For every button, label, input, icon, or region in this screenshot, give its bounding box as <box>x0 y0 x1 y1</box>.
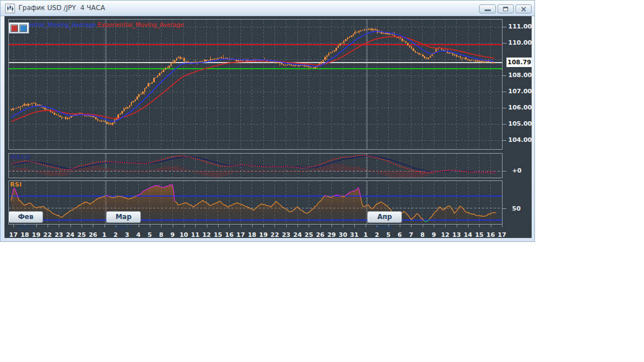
x-axis-tick <box>274 225 275 227</box>
x-axis-label: 12 <box>441 231 449 238</box>
price-axis-tick <box>503 108 506 108</box>
price-axis-tick <box>503 27 506 27</box>
x-axis-label: 5 <box>148 231 152 238</box>
price-chart-panel[interactable]: Exponential_Moving_Average.Exponential_M… <box>8 19 503 150</box>
x-axis-label: 15 <box>214 231 222 238</box>
price-axis-tick <box>503 92 506 92</box>
x-axis-label: 17 <box>236 231 245 238</box>
x-axis-label: 12 <box>202 231 211 238</box>
minimize-button[interactable] <box>479 4 496 13</box>
price-axis-label: 104.00 <box>508 136 532 144</box>
x-axis-label: 31 <box>350 231 358 238</box>
x-axis-tick <box>252 225 253 227</box>
x-axis-tick <box>286 225 287 227</box>
window-titlebar[interactable]: График USD /JPY 4 ЧАСА × <box>1 1 534 16</box>
price-axis-label: 105.00 <box>508 120 532 127</box>
x-axis-tick <box>343 225 343 227</box>
x-axis-label: 22 <box>271 231 279 238</box>
indicator-legend: Exponential_Moving_Average.Exponential_M… <box>10 21 184 28</box>
macd-panel[interactable]: MACD <box>8 153 503 178</box>
x-axis-tick <box>241 225 242 227</box>
x-axis-label: 15 <box>475 231 484 238</box>
x-axis-tick <box>297 225 298 227</box>
x-axis-tick <box>93 225 93 227</box>
x-axis-label: 11 <box>191 231 200 238</box>
price-axis-label: 106.00 <box>508 104 532 111</box>
x-axis-label: 1 <box>102 231 107 238</box>
x-axis-label: 9 <box>432 231 436 238</box>
ema-slow-color-button[interactable] <box>11 25 18 32</box>
x-axis-label: 9 <box>171 231 175 238</box>
x-axis-label: 26 <box>316 231 324 238</box>
maximize-button[interactable] <box>498 4 514 13</box>
legend-buttons <box>8 22 29 34</box>
price-axis-tick <box>503 140 506 141</box>
x-axis-tick <box>150 225 150 227</box>
x-axis-tick <box>105 225 105 227</box>
price-axis-tick <box>503 75 506 76</box>
x-axis-label: 1 <box>363 231 368 238</box>
month-marker: Фев 2021 <box>8 211 43 223</box>
x-axis-tick <box>434 225 434 227</box>
x-axis-label: 24 <box>66 231 74 238</box>
x-axis-label: 23 <box>55 231 63 238</box>
rsi-panel[interactable]: RSI <box>8 180 503 225</box>
x-axis-tick <box>366 225 366 227</box>
month-marker: Апр 2021 <box>367 211 402 223</box>
x-axis-label: 6 <box>397 231 402 238</box>
minimize-icon <box>485 9 491 11</box>
x-axis-tick <box>320 225 321 227</box>
x-axis-tick <box>354 225 355 227</box>
rsi-label: RSI <box>10 181 22 188</box>
x-axis-tick <box>59 225 59 227</box>
chart-client-area: Exponential_Moving_Average.Exponential_M… <box>4 16 532 238</box>
x-axis-tick <box>48 225 48 227</box>
x-axis-tick <box>263 225 264 227</box>
x-axis-tick <box>309 225 309 227</box>
macd-zero-label: +0 <box>512 167 522 174</box>
price-axis-label: 110.00 <box>508 39 532 46</box>
x-axis-tick <box>36 225 37 227</box>
x-axis-label: 17 <box>498 231 506 238</box>
x-axis-tick <box>468 225 468 227</box>
restore-icon <box>503 7 508 11</box>
x-axis-label: 10 <box>179 231 188 238</box>
ema-fast-color-button[interactable] <box>20 25 27 32</box>
x-axis-tick <box>229 225 230 227</box>
x-axis-tick <box>184 225 184 227</box>
x-axis-label: 8 <box>159 231 163 238</box>
x-axis-label: 16 <box>486 231 495 238</box>
x-axis-label: 26 <box>89 231 97 238</box>
x-axis-tick <box>423 225 423 227</box>
x-axis-label: 7 <box>409 231 414 238</box>
x-axis-label: 14 <box>463 231 472 238</box>
x-axis-tick <box>457 225 457 227</box>
x-axis-label: 24 <box>293 231 301 238</box>
x-axis-label: 25 <box>305 231 313 238</box>
x-axis-label: 23 <box>282 231 290 238</box>
rsi-mid-label: 50 <box>512 205 520 212</box>
x-axis-tick <box>13 225 14 227</box>
x-axis-tick <box>70 225 71 227</box>
month-marker: Мар 2021 <box>106 211 141 223</box>
close-button[interactable]: × <box>515 4 532 13</box>
x-axis-label: 4 <box>136 231 141 238</box>
x-axis-tick <box>411 225 411 227</box>
x-axis-tick <box>82 225 82 227</box>
ema-slow-legend-label: Exponential_Moving_Average <box>98 21 184 28</box>
close-icon: × <box>516 5 531 13</box>
x-axis-tick <box>173 225 173 227</box>
macd-zero-tick <box>503 171 506 172</box>
x-axis-tick <box>195 225 196 227</box>
x-axis-tick <box>139 225 139 227</box>
rsi-mid-tick <box>503 208 506 209</box>
x-axis-label: 18 <box>248 231 256 238</box>
desktop-background: График USD /JPY 4 ЧАСА × Exponential_Mov… <box>0 0 644 362</box>
x-axis-label: 19 <box>259 231 268 238</box>
x-axis-tick <box>207 225 207 227</box>
price-axis-label: 111.00 <box>508 23 532 30</box>
x-axis-label: 8 <box>420 231 425 238</box>
x-axis-tick <box>445 225 446 227</box>
x-axis-label: 13 <box>452 231 461 238</box>
chart-window: График USD /JPY 4 ЧАСА × Exponential_Mov… <box>0 0 535 242</box>
